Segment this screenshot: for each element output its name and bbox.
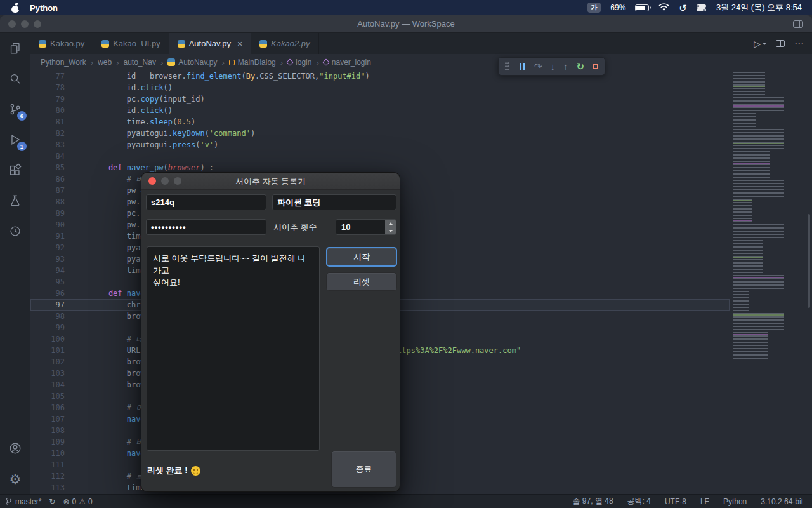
- python-file-icon: [259, 40, 267, 48]
- dialog-title-bar[interactable]: 서이추 자동 등록기: [141, 173, 400, 190]
- spinbox-buttons: [385, 220, 396, 234]
- sync-icon[interactable]: ↻: [49, 497, 55, 506]
- control-center-icon[interactable]: [697, 3, 707, 12]
- code-line-82[interactable]: 82 pyautogui.keyDown('command'): [30, 128, 730, 139]
- count-label: 서이추 횟수: [273, 219, 317, 235]
- split-editor-icon[interactable]: [776, 40, 785, 47]
- encoding-indicator[interactable]: UTF-8: [665, 497, 686, 506]
- account-icon[interactable]: [0, 433, 30, 464]
- stop-icon[interactable]: [593, 64, 598, 69]
- activity-bar: 6 1 ⚙: [0, 33, 30, 494]
- breadcrumb-item-naver-login[interactable]: naver_login: [324, 58, 371, 67]
- class-symbol-icon: [229, 60, 235, 65]
- code-line-84[interactable]: 84: [30, 150, 730, 162]
- reset-button[interactable]: 리셋: [326, 272, 397, 291]
- activity-source-control-icon[interactable]: 6: [0, 94, 30, 124]
- spin-up-icon[interactable]: [385, 220, 396, 227]
- breadcrumb-separator: ›: [160, 58, 163, 67]
- code-line-79[interactable]: 79 pc.copy(input_id): [30, 93, 730, 105]
- breadcrumb-separator: ›: [221, 58, 224, 67]
- dialog-title: 서이추 자동 등록기: [141, 173, 400, 190]
- git-branch-indicator[interactable]: master*: [5, 497, 41, 506]
- breadcrumb-item-maindialog[interactable]: MainDialog: [229, 58, 276, 67]
- python-file-icon: [178, 40, 185, 48]
- macos-menu-bar: Python 가 69% ↺ 3월 24일 (목) 오후 8:54: [0, 0, 812, 15]
- editor-scrollbar-thumb[interactable]: [808, 214, 810, 308]
- language-indicator[interactable]: Python: [723, 497, 747, 506]
- tab-autonav-py[interactable]: AutoNav.py ×: [169, 33, 251, 54]
- minimap[interactable]: [730, 72, 792, 427]
- apple-menu-icon[interactable]: [11, 3, 20, 13]
- blog-id-input[interactable]: [146, 194, 266, 210]
- message-line1: 서로 이웃 부탁드립니다~~ 같이 발전해 나가고: [153, 253, 306, 275]
- step-out-icon[interactable]: ↑: [563, 62, 568, 71]
- activity-explorer-icon[interactable]: [0, 33, 30, 64]
- activity-clock-icon[interactable]: [0, 216, 30, 246]
- tab-label: Kakao.py: [50, 39, 84, 48]
- seoichu-register-dialog: 서이추 자동 등록기 서이추 횟수 10 서로 이웃 부탁드립니다~~ 같이 발…: [141, 172, 400, 492]
- problems-indicator[interactable]: ⊗ 0 ⚠ 0: [63, 497, 92, 506]
- breadcrumb-separator: ›: [280, 58, 283, 67]
- count-value: 10: [341, 220, 350, 234]
- breadcrumb-separator: ›: [316, 58, 318, 67]
- count-spinbox[interactable]: 10: [336, 219, 396, 235]
- branch-name: master*: [15, 497, 41, 506]
- code-line-81[interactable]: 81 time.sleep(0.5): [30, 116, 730, 128]
- tab-label: Kakao2.py: [271, 39, 310, 48]
- active-app-name[interactable]: Python: [30, 3, 58, 13]
- step-over-icon[interactable]: ↷: [534, 62, 542, 71]
- menu-bar-clock[interactable]: 3월 24일 (목) 오후 8:54: [716, 2, 802, 13]
- warning-icon: ⚠: [79, 497, 86, 506]
- python-interpreter-indicator[interactable]: 3.10.2 64-bit: [761, 497, 803, 506]
- python-file-icon: [102, 40, 109, 48]
- password-input[interactable]: [146, 219, 266, 235]
- activity-extensions-icon[interactable]: [0, 155, 30, 185]
- settings-gear-icon[interactable]: ⚙: [0, 464, 30, 494]
- window-title-bar[interactable]: AutoNav.py — WorkSpace: [0, 15, 812, 33]
- breadcrumb-item-web[interactable]: web: [98, 58, 112, 67]
- python-file-icon: [39, 40, 46, 48]
- keyword-input[interactable]: [272, 194, 396, 210]
- start-button[interactable]: 시작: [326, 247, 397, 267]
- activity-testing-flask-icon[interactable]: [0, 185, 30, 216]
- dialog-status-text: 리셋 완료 !: [147, 465, 200, 476]
- pause-icon[interactable]: [518, 63, 526, 70]
- run-button[interactable]: ▷: [754, 39, 766, 49]
- battery-icon[interactable]: [635, 4, 649, 11]
- breadcrumb-item-python-work[interactable]: Python_Work: [41, 58, 86, 67]
- input-source-icon[interactable]: 가: [587, 3, 601, 13]
- drag-handle-icon[interactable]: [505, 62, 507, 64]
- code-line-80[interactable]: 80 id.click(): [30, 105, 730, 116]
- eol-indicator[interactable]: LF: [700, 497, 709, 506]
- source-control-badge: 6: [17, 111, 27, 121]
- window-title: AutoNav.py — WorkSpace: [0, 15, 812, 33]
- breadcrumb-item-autonav-file[interactable]: AutoNav.py: [167, 58, 217, 67]
- wifi-icon[interactable]: [658, 2, 669, 13]
- close-tab-icon[interactable]: ×: [237, 39, 242, 48]
- indentation-indicator[interactable]: 공백: 4: [627, 496, 651, 507]
- cursor-position-indicator[interactable]: 줄 97, 열 48: [573, 496, 613, 507]
- more-actions-icon[interactable]: ⋯: [794, 38, 804, 50]
- activity-run-debug-icon[interactable]: 1: [0, 124, 30, 155]
- tab-kakao-py[interactable]: Kakao.py: [30, 33, 93, 54]
- tab-label: AutoNav.py: [189, 39, 231, 48]
- breadcrumb-item-login[interactable]: login: [287, 58, 311, 67]
- spin-down-icon[interactable]: [385, 227, 396, 234]
- restart-icon[interactable]: ↻: [577, 62, 585, 71]
- message-textarea[interactable]: 서로 이웃 부탁드립니다~~ 같이 발전해 나가고 싶어요!: [147, 246, 320, 451]
- activity-search-icon[interactable]: [0, 64, 30, 94]
- breadcrumb-separator: ›: [91, 58, 93, 67]
- customize-layout-icon[interactable]: [793, 20, 803, 28]
- tab-kakao2-py[interactable]: Kakao2.py: [251, 33, 318, 54]
- code-line-77[interactable]: 77 id = browser.find_element(By.CSS_SELE…: [30, 70, 730, 82]
- breadcrumb: Python_Work › web › auto_Nav › AutoNav.p…: [30, 54, 812, 70]
- status-message: 리셋 완료 !: [147, 465, 188, 476]
- time-machine-icon[interactable]: ↺: [679, 3, 687, 13]
- code-line-83[interactable]: 83 pyautogui.press('v'): [30, 139, 730, 150]
- tab-kakao-ui-py[interactable]: Kakao_UI.py: [93, 33, 169, 54]
- breadcrumb-item-auto-nav[interactable]: auto_Nav: [124, 58, 156, 67]
- step-into-icon[interactable]: ↓: [551, 62, 556, 71]
- editor-tab-bar: Kakao.py Kakao_UI.py AutoNav.py × Kakao2…: [30, 33, 812, 54]
- quit-button[interactable]: 종료: [331, 451, 396, 488]
- code-line-78[interactable]: 78 id.click(): [30, 82, 730, 93]
